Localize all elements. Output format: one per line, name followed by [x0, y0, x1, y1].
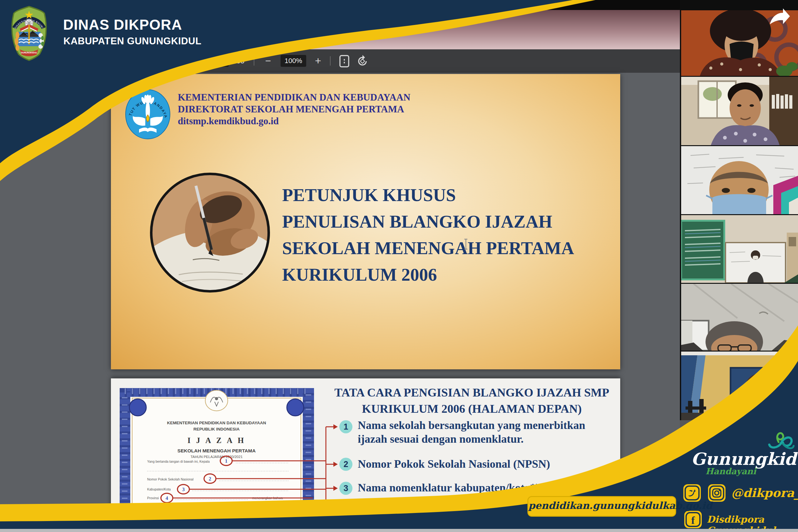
- svg-text:3: 3: [182, 487, 185, 492]
- svg-text:Yang bertanda tangan di bawah: Yang bertanda tangan di bawah ini, Kepal…: [147, 460, 210, 463]
- svg-text:Provinsi: Provinsi: [147, 496, 159, 500]
- item3-text-line2: mencoret) me: [358, 495, 423, 508]
- svg-text:1: 1: [225, 458, 228, 463]
- slide-org-line: ditsmp.kemdikbud.go.id: [178, 115, 279, 127]
- instagram-icon: [708, 484, 726, 502]
- fit-page-icon[interactable]: [338, 54, 351, 69]
- slide-title-line: PETUNJUK KHUSUS: [282, 185, 456, 205]
- slide-org-line: DIREKTORAT SEKOLAH MENENGAH PERTAMA: [178, 104, 404, 115]
- item1-text-line2: ijazah sesuai dengan nomenklatur.: [358, 432, 524, 445]
- item1-text-line1: Nama sekolah bersangkutan yang menerbitk…: [358, 419, 585, 432]
- participant-video-4[interactable]: [681, 215, 798, 283]
- item-badge-2: 2: [339, 458, 352, 471]
- item-badge-3: 3: [339, 482, 352, 495]
- svg-text:GUNUNGKIDUL: GUNUNGKIDUL: [21, 52, 37, 54]
- svg-text:f: f: [691, 514, 695, 526]
- participant-video-3[interactable]: [681, 146, 798, 214]
- text-cursor-icon: [464, 238, 468, 251]
- zoom-level-input[interactable]: 100%: [280, 55, 306, 67]
- toolbar-divider: [254, 56, 254, 65]
- zoom-out-button[interactable]: −: [261, 53, 275, 69]
- participant-video-2[interactable]: [681, 77, 798, 145]
- svg-text:KEMENTERIAN PENDIDIKAN DAN KEB: KEMENTERIAN PENDIDIKAN DAN KEBUDAYAAN: [167, 420, 266, 425]
- website-url: pendidikan.gunungkidulkab.go.id: [528, 500, 712, 511]
- page-total-label: / 55: [233, 55, 244, 67]
- participant-video-6[interactable]: [681, 352, 798, 420]
- zoom-in-button[interactable]: +: [311, 53, 325, 69]
- writing-hand-photo: [149, 172, 271, 295]
- slide2-title-line2: KURIKULUM 2006 (HALAMAN DEPAN): [315, 401, 628, 417]
- toolbar-divider: [330, 56, 330, 65]
- svg-text:Nomor Pokok Sekolah Nasional: Nomor Pokok Sekolah Nasional: [147, 477, 194, 481]
- footer-brand-name: Gunungkidul: [691, 449, 798, 469]
- slide-org-line: KEMENTERIAN PENDIDIKAN DAN KEBUDAYAAN: [178, 92, 410, 103]
- svg-text:2: 2: [209, 476, 211, 481]
- agency-crest: DHAKSINARGA BHUMIKARTA GUNUNGKIDUL: [8, 6, 50, 62]
- footer-brand-tagline: Handayani: [706, 467, 756, 476]
- svg-text:SEKOLAH MENENGAH PERTAMA: SEKOLAH MENENGAH PERTAMA: [178, 448, 256, 453]
- svg-text:REPUBLIK INDONESIA: REPUBLIK INDONESIA: [194, 427, 240, 432]
- slide-title-line: PENULISAN BLANGKO IJAZAH: [282, 211, 552, 232]
- svg-text:Kabupaten/Kota: Kabupaten/Kota: [147, 487, 170, 491]
- agency-name: DINAS DIKPORA: [63, 16, 182, 33]
- svg-text:I J A Z A H: I J A Z A H: [187, 436, 246, 444]
- item2-text: Nomor Pokok Sekolah Nasional (NPSN): [358, 457, 550, 471]
- item3-text-line1: Nama nomenklatur kabupaten/kota*) (: [358, 481, 546, 494]
- slide-title-line: KURIKULUM 2006: [282, 264, 437, 285]
- slide2-title-line1: TATA CARA PENGISIAN BLANGKO IJAZAH SMP: [315, 384, 628, 401]
- ijazah-certificate-preview: KEMENTERIAN PENDIDIKAN DAN KEBUDAYAAN RE…: [120, 388, 338, 532]
- svg-text:TAHUN PELAJARAN 2020/2021: TAHUN PELAJARAN 2020/2021: [191, 455, 243, 459]
- slide-title-line: SEKOLAH MENENGAH PERTAMA: [282, 238, 574, 258]
- bottom-edge-strip: [0, 529, 798, 532]
- svg-text:5: 5: [215, 512, 218, 517]
- item-badge-1: 1: [339, 420, 352, 433]
- social-handle: @dikpora_gk: [731, 486, 798, 500]
- agency-region: KABUPATEN GUNUNGKIDUL: [64, 36, 201, 47]
- participant-video-5[interactable]: [681, 284, 798, 350]
- video-call-screenshot: 12 / 55 − 100% +: [0, 0, 798, 532]
- facebook-icon: f: [684, 511, 702, 528]
- share-arrow-icon[interactable]: [768, 7, 791, 28]
- screen-share-area: [0, 0, 798, 10]
- page-number-input[interactable]: 12: [212, 55, 229, 67]
- website-banner: pendidikan.gunungkidulkab.go.id: [527, 496, 676, 517]
- svg-text:4: 4: [166, 495, 168, 501]
- pdf-toolbar: 12 / 55 − 100% +: [0, 49, 680, 73]
- pdf-page-current: TUT WURI HANDAYANI KEMENTERIAN PENDIDIKA…: [111, 74, 620, 369]
- twitter-icon: [683, 484, 701, 502]
- slide2-title: TATA CARA PENGISIAN BLANGKO IJAZAH SMP K…: [315, 384, 628, 417]
- tut-wuri-handayani-logo: TUT WURI HANDAYANI: [125, 89, 171, 141]
- rotate-page-icon[interactable]: [356, 54, 369, 69]
